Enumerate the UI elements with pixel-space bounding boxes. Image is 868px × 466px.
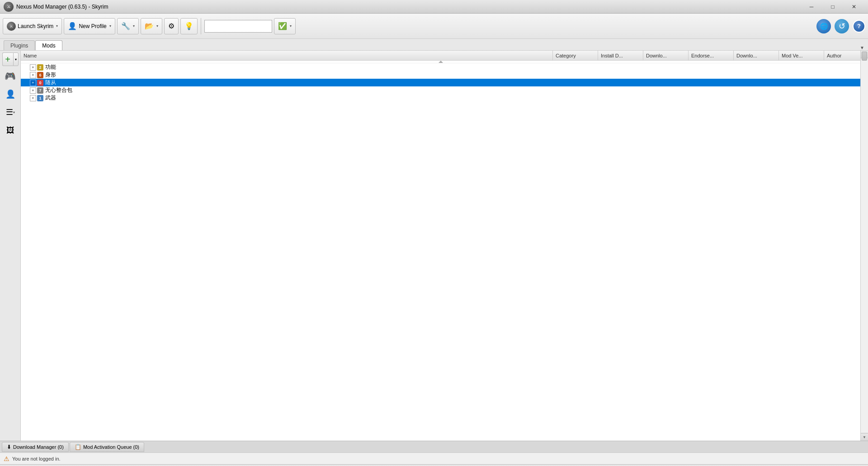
launch-button[interactable]: ⚔ Launch Skyrim ▾: [3, 18, 62, 34]
tools-icon: 🔧: [121, 22, 130, 30]
label-gongeng: 功能: [45, 63, 56, 71]
toolbar: ⚔ Launch Skyrim ▾ 👤 New Profile ▾ 🔧 ▾ 📂 …: [0, 14, 868, 39]
col-header-name[interactable]: Name: [21, 51, 553, 60]
scroll-thumb[interactable]: [862, 52, 867, 61]
folder-icon: 📂: [145, 22, 154, 30]
toolbar-separator-1: [201, 18, 201, 34]
tree-row-wuxin[interactable]: + 7 无心整合包: [21, 86, 860, 94]
tips-button[interactable]: 💡: [180, 18, 198, 34]
folder-dropdown-arrow[interactable]: ▾: [156, 24, 158, 28]
scroll-up-indicator: [439, 61, 443, 63]
download-manager-label: Download Manager (0): [13, 444, 64, 450]
search-input[interactable]: [204, 20, 272, 33]
warning-icon: ⚠: [4, 455, 9, 462]
new-profile-label: New Profile: [79, 23, 106, 29]
settings-icon: ⚙: [168, 22, 175, 30]
tree-row-suicong[interactable]: + 0 随从: [21, 79, 860, 86]
sidebar-game-button[interactable]: 🎮: [2, 68, 19, 84]
expander-wuqi[interactable]: +: [30, 95, 36, 101]
tab-plugins[interactable]: Plugins: [4, 40, 35, 50]
validate-dropdown-arrow[interactable]: ▾: [290, 24, 292, 28]
tree-row-gongeng[interactable]: + 2 功能: [21, 63, 860, 71]
validate-icon: ✅: [278, 22, 287, 30]
col-header-download[interactable]: Downlo...: [643, 51, 689, 60]
add-mod-button[interactable]: +: [2, 52, 13, 66]
launch-icon: ⚔: [7, 22, 16, 31]
col-header-install-date[interactable]: Install D...: [598, 51, 643, 60]
tab-bar: Plugins Mods ▼: [0, 39, 868, 51]
refresh-button[interactable]: ↺: [835, 19, 849, 33]
main-layout: + ▾ 🎮 👤 ☰ ▾ 🖼 Name Category: [0, 51, 868, 441]
expander-shenxing[interactable]: +: [30, 72, 36, 78]
tree-container: + 2 功能 + 6 身形 + 0 随从 + 7: [21, 63, 860, 102]
new-profile-dropdown-arrow[interactable]: ▾: [109, 24, 111, 28]
open-folder-button[interactable]: 📂 ▾: [141, 18, 162, 34]
badge-suicong: 0: [37, 80, 43, 86]
mod-activation-label: Mod Activation Queue (0): [83, 444, 139, 450]
column-headers: Name Category Install D... Downlo... End…: [21, 51, 860, 61]
sidebar-profile-button[interactable]: 👤: [2, 86, 19, 102]
badge-gongeng: 2: [37, 64, 43, 71]
col-header-category[interactable]: Category: [553, 51, 598, 60]
status-bar: Total plugins: 102 | Active plugins: 102…: [0, 464, 868, 466]
minimize-button[interactable]: ─: [801, 0, 822, 14]
title-bar-left: ⚔ Nexus Mod Manager (0.63.5) - Skyrim: [4, 2, 108, 12]
toolbar-right: 🌐 ↺ ?: [816, 19, 865, 33]
right-scrollbar[interactable]: ▲ ▼: [860, 51, 868, 441]
label-wuxin: 无心整合包: [45, 86, 72, 94]
new-profile-button[interactable]: 👤 New Profile ▾: [64, 18, 115, 34]
login-bar: ⚠ You are not logged in.: [0, 452, 868, 464]
scroll-top-area: [21, 61, 860, 63]
sidebar-screenshot-button[interactable]: 🖼: [2, 122, 19, 138]
scroll-down-button[interactable]: ▼: [861, 433, 868, 441]
col-header-author[interactable]: Author: [824, 51, 860, 60]
col-header-endorse[interactable]: Endorse...: [689, 51, 734, 60]
help-button[interactable]: ?: [853, 20, 865, 33]
image-icon: 🖼: [6, 126, 14, 135]
download-manager-tab[interactable]: ⬇ Download Manager (0): [2, 442, 69, 452]
title-bar-title: Nexus Mod Manager (0.63.5) - Skyrim: [16, 4, 108, 10]
tab-chevron[interactable]: ▼: [856, 45, 868, 50]
label-wuqi: 武器: [45, 94, 56, 102]
settings-button[interactable]: ⚙: [164, 18, 179, 34]
person-icon: 👤: [5, 89, 15, 99]
add-mod-button-group: + ▾: [2, 52, 19, 66]
badge-wuxin: 7: [37, 87, 43, 94]
login-text: You are not logged in.: [12, 456, 61, 461]
content-area: Name Category Install D... Downlo... End…: [21, 51, 860, 441]
game-controller-icon: 🎮: [5, 71, 16, 81]
expander-suicong[interactable]: +: [30, 80, 36, 86]
list-dropdown-arrow[interactable]: ▾: [13, 110, 15, 114]
expander-gongeng[interactable]: +: [30, 64, 36, 71]
tools-button[interactable]: 🔧 ▾: [117, 18, 139, 34]
title-bar: ⚔ Nexus Mod Manager (0.63.5) - Skyrim ─ …: [0, 0, 868, 14]
lightbulb-icon: 💡: [184, 22, 193, 30]
mod-activation-tab[interactable]: 📋 Mod Activation Queue (0): [70, 442, 144, 452]
tree-row-shenxing[interactable]: + 6 身形: [21, 71, 860, 79]
tab-mods[interactable]: Mods: [35, 40, 62, 50]
expander-wuxin[interactable]: +: [30, 87, 36, 94]
sidebar-list-button[interactable]: ☰ ▾: [2, 104, 19, 120]
badge-shenxing: 6: [37, 72, 43, 78]
badge-wuqi: 1: [37, 95, 43, 101]
col-header-download2[interactable]: Downlo...: [734, 51, 779, 60]
app-icon: ⚔: [4, 2, 14, 12]
close-button[interactable]: ✕: [844, 0, 864, 14]
launch-dropdown-arrow[interactable]: ▾: [56, 24, 58, 28]
col-header-mod-version[interactable]: Mod Ve...: [779, 51, 824, 60]
title-bar-controls: ─ □ ✕: [801, 0, 864, 14]
maximize-button[interactable]: □: [822, 0, 843, 14]
globe-button[interactable]: 🌐: [816, 19, 831, 33]
download-icon: ⬇: [7, 444, 11, 450]
tree-row-wuqi[interactable]: + 1 武器: [21, 94, 860, 102]
sidebar: + ▾ 🎮 👤 ☰ ▾ 🖼: [0, 51, 21, 441]
add-mod-dropdown[interactable]: ▾: [13, 52, 19, 66]
validate-button[interactable]: ✅ ▾: [274, 18, 296, 34]
launch-label: Launch Skyrim: [18, 23, 53, 29]
tools-dropdown-arrow[interactable]: ▾: [133, 24, 135, 28]
new-profile-icon: 👤: [68, 22, 77, 30]
queue-icon: 📋: [75, 444, 81, 450]
label-shenxing: 身形: [45, 71, 56, 79]
label-suicong: 随从: [45, 79, 56, 86]
bottom-tabs: ⬇ Download Manager (0) 📋 Mod Activation …: [0, 441, 868, 452]
